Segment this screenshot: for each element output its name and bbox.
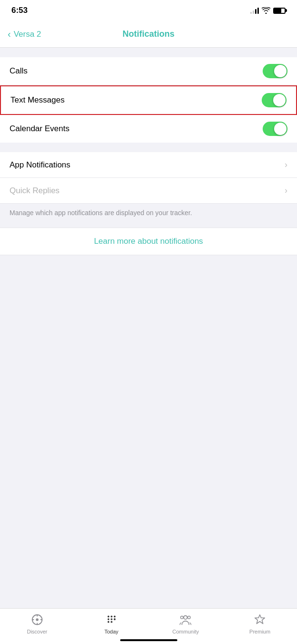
status-bar: 6:53 — [0, 0, 297, 21]
tab-bar: Discover Today — [0, 608, 297, 644]
chevron-left-icon: ‹ — [8, 29, 11, 40]
info-text-section: Manage which app notifications are displ… — [0, 204, 297, 228]
svg-point-17 — [181, 616, 184, 619]
nav-rows-section: App Notifications › Quick Replies › — [0, 152, 297, 204]
text-messages-label: Text Messages — [10, 95, 64, 105]
status-icons — [250, 7, 286, 14]
premium-label: Premium — [249, 629, 270, 634]
calls-toggle[interactable] — [263, 64, 287, 78]
section-gap-2 — [0, 143, 297, 152]
calls-label: Calls — [10, 66, 28, 76]
info-text: Manage which app notifications are displ… — [10, 209, 192, 217]
status-time: 6:53 — [11, 6, 28, 15]
quick-replies-row[interactable]: Quick Replies › — [0, 178, 297, 204]
calls-row: Calls — [0, 57, 297, 85]
calendar-events-toggle[interactable] — [263, 122, 287, 136]
today-icon — [104, 613, 119, 627]
empty-area — [0, 255, 297, 484]
tab-premium[interactable]: Premium — [246, 613, 274, 634]
discover-icon — [30, 613, 44, 627]
tab-today[interactable]: Today — [97, 613, 126, 634]
nav-header: ‹ Versa 2 Notifications — [0, 21, 297, 48]
tab-bar-inner: Discover Today — [0, 613, 297, 634]
back-label: Versa 2 — [14, 30, 41, 39]
calendar-events-label: Calendar Events — [10, 124, 70, 134]
signal-icon — [250, 7, 259, 14]
home-indicator — [120, 639, 177, 641]
svg-point-6 — [107, 618, 109, 620]
svg-point-9 — [107, 621, 109, 623]
svg-point-13 — [111, 616, 113, 618]
app-notifications-row[interactable]: App Notifications › — [0, 152, 297, 178]
calendar-events-row: Calendar Events — [0, 115, 297, 143]
quick-replies-label: Quick Replies — [10, 186, 60, 196]
wifi-icon — [262, 7, 270, 14]
toggles-section: Calls Text Messages Calendar Events — [0, 57, 297, 143]
community-label: Community — [173, 629, 199, 634]
page-title: Notifications — [123, 29, 174, 39]
calls-toggle-knob — [274, 65, 287, 77]
calendar-events-toggle-knob — [274, 123, 287, 135]
learn-more-link[interactable]: Learn more about notifications — [94, 237, 203, 246]
today-label: Today — [104, 629, 118, 634]
text-messages-toggle-knob — [273, 94, 286, 106]
svg-point-15 — [184, 616, 187, 619]
svg-point-12 — [113, 616, 115, 618]
content-wrapper: Calls Text Messages Calendar Events App … — [0, 48, 297, 606]
svg-point-14 — [113, 618, 115, 620]
learn-more-section: Learn more about notifications — [0, 228, 297, 255]
svg-point-11 — [107, 616, 109, 618]
chevron-right-icon-1: › — [285, 160, 287, 170]
app-notifications-label: App Notifications — [10, 160, 71, 170]
svg-point-7 — [111, 618, 113, 620]
svg-point-1 — [36, 618, 39, 621]
text-messages-row: Text Messages — [0, 85, 297, 115]
discover-label: Discover — [27, 629, 47, 634]
section-gap-1 — [0, 48, 297, 57]
svg-point-16 — [188, 616, 191, 619]
premium-icon — [253, 613, 267, 627]
community-icon — [178, 613, 193, 627]
chevron-right-icon-2: › — [285, 186, 287, 196]
text-messages-toggle[interactable] — [262, 93, 287, 107]
tab-discover[interactable]: Discover — [23, 613, 51, 634]
svg-point-10 — [111, 621, 113, 623]
battery-icon — [273, 8, 286, 14]
back-button[interactable]: ‹ Versa 2 — [8, 29, 41, 40]
tab-community[interactable]: Community — [171, 613, 200, 634]
